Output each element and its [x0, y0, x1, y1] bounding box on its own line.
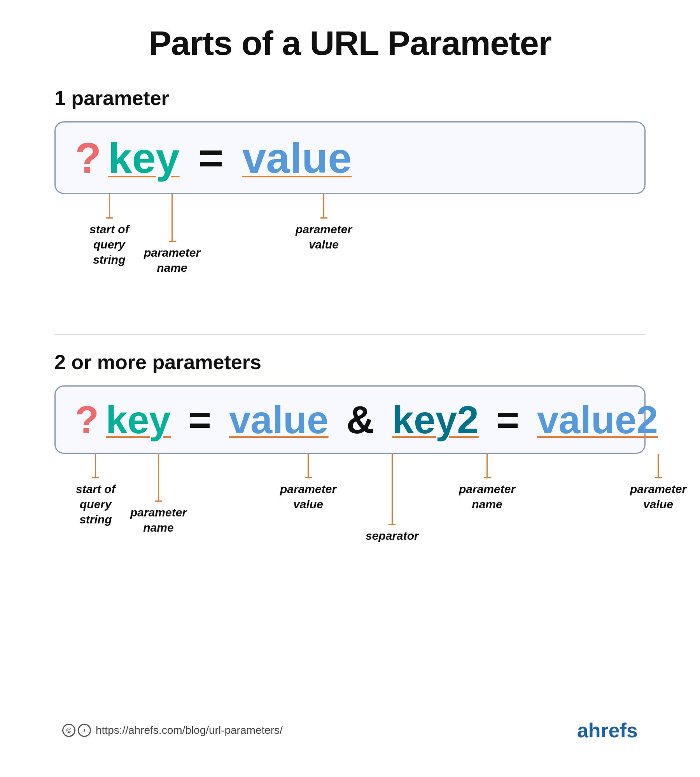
ann-param-name-label-1: parametername [144, 245, 200, 275]
key-1: key [108, 134, 180, 181]
question-mark-1: ? [75, 134, 101, 181]
section-2: 2 or more parameters ? key = value & key… [31, 350, 669, 609]
amp-2: & [336, 398, 385, 441]
ann-param-value-label-3: parametervalue [630, 481, 686, 512]
key-2: key [106, 398, 171, 441]
key2-2: key2 [392, 398, 478, 441]
ann-param-name-label-3: parametername [459, 481, 515, 512]
equals-1: = [187, 134, 235, 181]
section-divider [54, 334, 646, 335]
url-box-1: ? key = value [54, 121, 646, 194]
value-2: value [229, 398, 329, 441]
ann-param-value-1: parametervalue [296, 194, 352, 252]
url-box-2: ? key = value & key2 = value2 [54, 385, 646, 454]
value-1: value [242, 134, 352, 181]
url-text-2: ? key = value & key2 = value2 [75, 398, 658, 441]
ann-param-value-label-2: parametervalue [280, 481, 336, 512]
ann-separator-2: separator [366, 454, 419, 543]
equals2-2: = [486, 398, 530, 441]
annotation-area-1: start ofquerystring parametername parame… [54, 194, 646, 303]
footer: © i https://ahrefs.com/blog/url-paramete… [31, 703, 669, 754]
ann-param-value-2: parametervalue [280, 454, 336, 512]
ann-param-value-3: parametervalue [630, 454, 686, 512]
ann-param-name-2: parametername [130, 454, 187, 535]
ann-start-query-1: start ofquerystring [89, 194, 129, 267]
ann-start-query-2: start ofquerystring [76, 454, 116, 527]
cc-icon: © [62, 724, 75, 737]
section-2-label: 2 or more parameters [54, 350, 261, 374]
url-text-1: ? key = value [75, 134, 352, 181]
ahrefs-logo-text: ahrefs [577, 719, 638, 742]
footer-url: https://ahrefs.com/blog/url-parameters/ [96, 724, 283, 737]
annotation-area-2: start ofquerystring parametername parame… [54, 454, 646, 594]
value2-2: value2 [537, 398, 658, 441]
section-1-label: 1 parameter [54, 86, 169, 110]
ann-param-name-label-2: parametername [130, 505, 187, 535]
ann-param-value-label-1: parametervalue [296, 222, 352, 252]
ann-param-name-3: parametername [459, 454, 515, 512]
page-title: Parts of a URL Parameter [149, 23, 551, 63]
ann-param-name-1: parametername [144, 194, 200, 275]
info-icon: i [78, 724, 91, 737]
ann-start-query-label-1: start ofquerystring [89, 222, 129, 267]
question-mark-2: ? [75, 398, 99, 441]
equals-2: = [178, 398, 222, 441]
ann-separator-label-2: separator [366, 528, 419, 543]
cc-icons: © i [62, 724, 91, 737]
ann-start-query-label-2: start ofquerystring [76, 481, 116, 527]
ahrefs-logo: ahrefs [577, 719, 638, 742]
footer-left: © i https://ahrefs.com/blog/url-paramete… [62, 724, 283, 737]
section-1: 1 parameter ? key = value start ofquerys… [31, 86, 669, 318]
